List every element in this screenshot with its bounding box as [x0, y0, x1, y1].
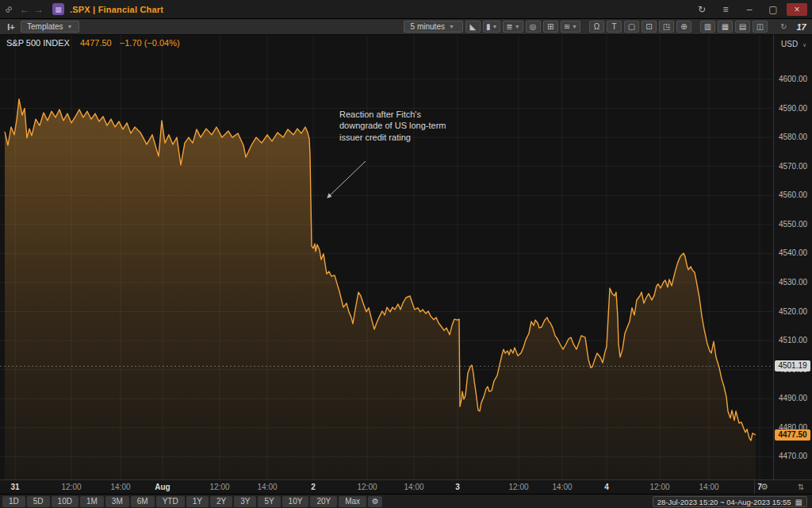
price-tick-label: 4470.00: [774, 452, 812, 461]
price-tick-label: 4600.00: [774, 75, 812, 84]
period-button-1y[interactable]: 1Y: [186, 496, 209, 507]
symbol-name: S&P 500 INDEX: [6, 38, 70, 48]
time-axis[interactable]: ⚙ ⇅ 3112:0014:00Aug12:0014:00212:0014:00…: [0, 479, 812, 494]
legend-fields-icon[interactable]: ≣▼: [503, 21, 523, 33]
period-button-max[interactable]: Max: [339, 496, 366, 507]
price-tick-label: 4570.00: [774, 162, 812, 171]
chevron-down-icon: ∨: [802, 42, 806, 48]
time-tick-label: 3: [440, 483, 475, 491]
annotations-icon[interactable]: ⊞: [543, 21, 558, 33]
period-button-1d[interactable]: 1D: [2, 496, 25, 507]
window-titlebar: ∞ ← → ▦ .SPX | Financial Chart ↻ ≡ – ▢ ×: [0, 0, 812, 19]
link-channel-icon[interactable]: ∞: [0, 3, 17, 15]
time-tick-label: Aug: [145, 483, 180, 491]
chart-frame-icon[interactable]: ⊡: [642, 21, 657, 33]
chevron-down-icon: ▼: [449, 24, 454, 29]
period-button-6m[interactable]: 6M: [131, 496, 155, 507]
date-range-selector[interactable]: 28-Jul-2023 15:20 ~ 04-Aug-2023 15:55 ▦: [653, 496, 807, 507]
tradingview-logo[interactable]: 17: [794, 21, 809, 33]
window-title: .SPX | Financial Chart: [70, 5, 163, 14]
price-tick-label: 4550.00: [774, 220, 812, 229]
price-tick-label: 4510.00: [774, 336, 812, 345]
area-fill: [5, 99, 756, 479]
period-button-5d[interactable]: 5D: [27, 496, 50, 507]
price-tick-label: 4560.00: [774, 190, 812, 200]
depth-panel-icon[interactable]: ▤: [735, 21, 750, 33]
time-tick-label: 12:00: [501, 483, 536, 491]
templates-dropdown[interactable]: Templates ▼: [21, 21, 79, 33]
time-tick-label: 12:00: [202, 483, 237, 491]
time-tick-label: 4: [589, 483, 624, 491]
currency-dropdown[interactable]: USD ∨: [781, 40, 806, 48]
chart-legend: S&P 500 INDEX 4477.50 −1.70 (−0.04%): [6, 38, 180, 48]
refresh-icon[interactable]: ↻: [691, 3, 712, 16]
last-price-badge: 4477.50: [775, 429, 810, 441]
chevron-down-icon: ▼: [515, 24, 520, 29]
time-tick-label: 12:00: [54, 483, 89, 491]
chevron-down-icon: ▼: [492, 24, 497, 29]
app-icon: ▦: [52, 3, 64, 15]
time-tick-label: 14:00: [691, 483, 726, 491]
period-button-2y[interactable]: 2Y: [210, 496, 232, 507]
time-tick-label: 14:00: [103, 483, 138, 491]
bottom-bar: 1D5D10D1M3M6MYTD1Y2Y3Y5Y10Y20YMax ⚙ 28-J…: [0, 494, 812, 508]
sync-icon[interactable]: ↻: [776, 21, 791, 33]
close-button[interactable]: ×: [787, 3, 807, 16]
price-scale-arrows-icon[interactable]: ⇅: [798, 483, 804, 491]
minimize-button[interactable]: –: [739, 3, 760, 16]
selection-icon[interactable]: ▢: [624, 21, 639, 33]
price-chart[interactable]: [0, 35, 773, 479]
price-tick-label: 4580.00: [774, 133, 812, 142]
indicators-icon[interactable]: ≋▼: [561, 21, 580, 33]
price-tick-label: 4520.00: [774, 307, 812, 317]
time-tick-label: 7: [742, 483, 777, 491]
date-range-text: 28-Jul-2023 15:20 ~ 04-Aug-2023 15:55: [657, 498, 791, 506]
period-button-3m[interactable]: 3M: [105, 496, 129, 507]
interval-dropdown[interactable]: 5 minutes ▼: [404, 21, 463, 33]
time-tick-label: 12:00: [642, 483, 677, 491]
menu-icon[interactable]: ≡: [715, 3, 736, 16]
time-tick-label: 14:00: [396, 483, 431, 491]
price-tick-label: 4540.00: [774, 248, 812, 258]
insert-panel-icon[interactable]: I+: [3, 22, 19, 32]
time-tick-label: 31: [0, 483, 33, 491]
price-change: −1.70 (−0.04%): [120, 38, 180, 48]
time-tick-label: 14:00: [545, 483, 580, 491]
chart-annotation[interactable]: Reaction after Fitch's downgrade of US l…: [339, 109, 446, 143]
time-tick-label: 14:00: [250, 483, 285, 491]
price-tick-label: 4590.00: [774, 104, 812, 114]
period-button-10d[interactable]: 10D: [52, 496, 79, 507]
stats-panel-icon[interactable]: ▥: [700, 21, 715, 33]
previous-close-badge: 4501.19: [775, 360, 810, 371]
chart-style-icon[interactable]: ◣: [465, 21, 481, 33]
period-button-5y[interactable]: 5Y: [258, 496, 280, 507]
calendar-icon: ▦: [795, 498, 802, 506]
period-settings-gear-icon[interactable]: ⚙: [368, 496, 382, 507]
text-tool-icon[interactable]: T: [607, 21, 622, 33]
price-axis[interactable]: USD ∨ 4600.004590.004580.004570.004560.0…: [773, 35, 812, 479]
grid-layout-icon[interactable]: ▦: [718, 21, 733, 33]
chart-toolbar: I+ Templates ▼ 5 minutes ▼ ◣▮▼≣▼◎⊞≋▼ΩT▢⊡…: [0, 19, 812, 35]
time-tick-label: 12:00: [350, 483, 385, 491]
maximize-button[interactable]: ▢: [763, 3, 783, 16]
events-icon[interactable]: ◎: [526, 21, 541, 33]
period-button-ytd[interactable]: YTD: [156, 496, 185, 507]
back-icon[interactable]: ←: [17, 4, 32, 15]
price-tick-label: 4490.00: [774, 394, 812, 403]
send-to-icon[interactable]: ◳: [659, 21, 674, 33]
price-tick-label: 4530.00: [774, 278, 812, 287]
forward-icon[interactable]: →: [32, 4, 46, 15]
chart-type-icon[interactable]: ▮▼: [483, 21, 500, 33]
period-button-10y[interactable]: 10Y: [282, 496, 309, 507]
chevron-down-icon: ▼: [572, 24, 577, 29]
snapshot-icon[interactable]: ◫: [753, 21, 768, 33]
period-button-1m[interactable]: 1M: [80, 496, 104, 507]
magnet-icon[interactable]: Ω: [589, 21, 604, 33]
chart-canvas[interactable]: S&P 500 INDEX 4477.50 −1.70 (−0.04%) Rea…: [0, 35, 773, 479]
period-button-3y[interactable]: 3Y: [234, 496, 256, 507]
time-tick-label: 2: [296, 483, 331, 491]
chart-region: S&P 500 INDEX 4477.50 −1.70 (−0.04%) Rea…: [0, 35, 812, 479]
zoom-in-icon[interactable]: ⊕: [676, 21, 691, 33]
period-button-20y[interactable]: 20Y: [310, 496, 337, 507]
last-price: 4477.50: [80, 38, 112, 48]
